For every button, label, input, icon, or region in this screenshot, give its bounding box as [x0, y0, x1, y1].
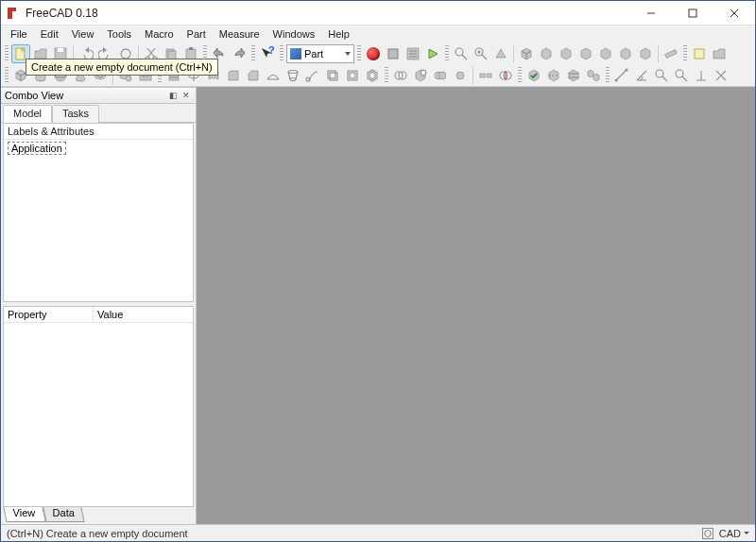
- front-view-button[interactable]: [537, 44, 556, 63]
- svg-line-61: [616, 70, 627, 80]
- property-header: Property Value: [4, 307, 193, 323]
- maximize-button[interactable]: [672, 1, 713, 25]
- menu-part[interactable]: Part: [181, 27, 212, 41]
- chamfer-button[interactable]: [244, 66, 263, 85]
- top-view-button[interactable]: [557, 44, 576, 63]
- tree-header: Labels & Attributes: [4, 124, 193, 140]
- window-controls: [630, 1, 755, 25]
- toolbar-grip-icon[interactable]: [251, 45, 255, 62]
- cross-sections-button[interactable]: [564, 66, 583, 85]
- svg-rect-9: [58, 48, 63, 52]
- nav-style-selector[interactable]: CAD: [719, 528, 749, 539]
- mdi-viewport[interactable]: [197, 87, 755, 524]
- part-icon-button[interactable]: [690, 44, 709, 63]
- offset-2d-button[interactable]: [343, 66, 362, 85]
- check-geometry-button[interactable]: [524, 66, 543, 85]
- toolbar-grip-icon[interactable]: [5, 67, 9, 84]
- toolbar-grip-icon[interactable]: [280, 45, 284, 62]
- measure-distance-button[interactable]: [662, 44, 680, 63]
- panel-float-button[interactable]: ◧: [167, 90, 179, 101]
- workbench-selector[interactable]: Part: [286, 44, 354, 63]
- offset-3d-button[interactable]: [323, 66, 342, 85]
- whats-this-button[interactable]: ?: [258, 44, 277, 63]
- menu-view[interactable]: View: [66, 27, 100, 41]
- property-col-property: Property: [4, 307, 94, 322]
- macro-list-button[interactable]: [404, 44, 422, 63]
- svg-point-62: [615, 78, 618, 81]
- menu-windows[interactable]: Windows: [267, 27, 321, 41]
- measure-toggle-3d-button[interactable]: [672, 66, 691, 85]
- compound-button[interactable]: [584, 66, 603, 85]
- macro-record-button[interactable]: [364, 44, 383, 63]
- tab-data[interactable]: Data: [43, 507, 85, 522]
- measure-angular-button[interactable]: [632, 66, 651, 85]
- tree-view[interactable]: Labels & Attributes Application: [3, 123, 194, 302]
- macro-stop-button[interactable]: [384, 44, 403, 63]
- loft-button[interactable]: [284, 66, 302, 85]
- fillet-button[interactable]: [224, 66, 243, 85]
- menu-measure[interactable]: Measure: [214, 27, 266, 41]
- svg-point-52: [438, 72, 446, 79]
- split-button[interactable]: [496, 66, 515, 85]
- tree-item-application[interactable]: Application: [8, 142, 66, 155]
- fit-selection-button[interactable]: [472, 44, 490, 63]
- section-button[interactable]: [544, 66, 563, 85]
- macro-run-button[interactable]: [423, 44, 442, 63]
- nav-style-label: CAD: [719, 528, 741, 539]
- join-connect-button[interactable]: [476, 66, 495, 85]
- sweep-button[interactable]: [303, 66, 322, 85]
- thickness-button[interactable]: [363, 66, 382, 85]
- menu-help[interactable]: Help: [322, 27, 355, 41]
- left-view-button[interactable]: [636, 44, 655, 63]
- app-window: FreeCAD 0.18 File Edit View Tools Macro …: [0, 0, 756, 542]
- toolbar-grip-icon[interactable]: [357, 45, 361, 62]
- union-boolean-button[interactable]: [431, 66, 450, 85]
- panel-close-button[interactable]: ✕: [180, 90, 192, 101]
- tooltip-new-document: Create a new empty document (Ctrl+N): [26, 59, 218, 76]
- tab-model[interactable]: Model: [3, 105, 52, 123]
- svg-rect-16: [186, 49, 196, 59]
- measure-linear-button[interactable]: [612, 66, 631, 85]
- menu-file[interactable]: File: [5, 27, 33, 41]
- isometric-view-button[interactable]: [517, 44, 536, 63]
- combo-view-tabs: Model Tasks: [1, 104, 196, 123]
- svg-rect-0: [8, 8, 12, 19]
- svg-marker-24: [429, 49, 438, 59]
- svg-point-66: [676, 70, 683, 77]
- rear-view-button[interactable]: [596, 44, 615, 63]
- svg-rect-44: [328, 71, 335, 78]
- nav-cube-icon[interactable]: [702, 528, 713, 539]
- fit-all-button[interactable]: [452, 44, 471, 63]
- property-view[interactable]: Property Value: [3, 306, 194, 507]
- menu-tools[interactable]: Tools: [101, 27, 137, 41]
- measure-toggle-delta-button[interactable]: [692, 66, 711, 85]
- toolbar-grip-icon[interactable]: [445, 45, 449, 62]
- group-icon-button[interactable]: [710, 44, 729, 63]
- cut-boolean-button[interactable]: [411, 66, 430, 85]
- boolean-button[interactable]: [391, 66, 410, 85]
- svg-point-37: [126, 76, 131, 81]
- toolbar-grip-icon[interactable]: [5, 45, 9, 62]
- tab-tasks[interactable]: Tasks: [52, 105, 99, 123]
- close-button[interactable]: [713, 1, 755, 25]
- intersect-boolean-button[interactable]: [451, 66, 470, 85]
- menu-edit[interactable]: Edit: [35, 27, 64, 41]
- toolbar-grip-icon[interactable]: [683, 45, 687, 62]
- svg-point-42: [290, 77, 296, 80]
- bottom-view-button[interactable]: [616, 44, 635, 63]
- toolbar-grip-icon[interactable]: [385, 67, 388, 84]
- redo-arrow-button[interactable]: [230, 44, 249, 63]
- right-view-button[interactable]: [576, 44, 595, 63]
- chevron-down-icon: [345, 52, 351, 56]
- measure-clear-all-button[interactable]: [712, 66, 730, 85]
- toolbar-grip-icon[interactable]: [518, 67, 522, 84]
- toolbar-grip-icon[interactable]: [606, 67, 610, 84]
- ruled-surface-button[interactable]: [264, 66, 283, 85]
- measure-toggle-all-button[interactable]: [652, 66, 671, 85]
- svg-line-26: [462, 55, 467, 59]
- minimize-button[interactable]: [630, 1, 672, 25]
- menu-macro[interactable]: Macro: [139, 27, 180, 41]
- tab-view[interactable]: View: [3, 507, 45, 522]
- svg-marker-11: [103, 47, 107, 53]
- draw-style-button[interactable]: [491, 44, 510, 63]
